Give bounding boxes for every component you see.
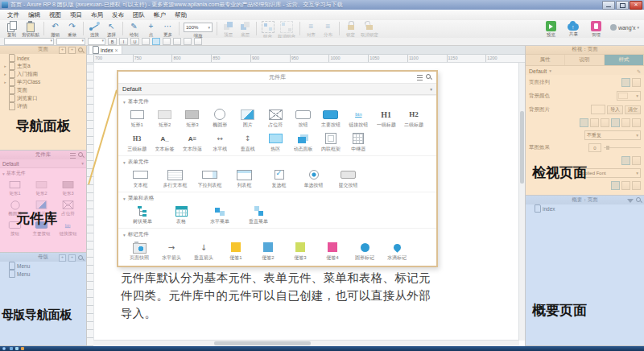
- dialog-library-select[interactable]: Default ▾: [118, 83, 436, 95]
- widget-item[interactable]: 列表框: [227, 167, 262, 189]
- toolbar-copy-button[interactable]: 复制: [3, 21, 20, 38]
- close-button[interactable]: [630, 1, 642, 10]
- minimize-button[interactable]: [602, 1, 615, 10]
- page-align-left-button[interactable]: [621, 78, 630, 87]
- page-tree-item[interactable]: 页面: [0, 86, 86, 94]
- widget-item[interactable]: 矩形2: [151, 107, 178, 129]
- format-i-button[interactable]: I: [119, 38, 128, 45]
- expander-icon[interactable]: ▸: [3, 72, 7, 76]
- clear-image-button[interactable]: 清空: [625, 105, 641, 114]
- widget-item[interactable]: 便签4: [316, 240, 349, 262]
- section-header[interactable]: ▾标记元件: [118, 228, 436, 239]
- sketch-slider[interactable]: [604, 147, 641, 148]
- toolbar-zoom-button[interactable]: 100%▾缩放: [182, 21, 214, 39]
- toolbar-lock-button[interactable]: 锁定: [342, 21, 359, 38]
- start-button[interactable]: [2, 347, 6, 350]
- edit-pencil-icon[interactable]: ✎: [637, 68, 641, 74]
- add-page-icon[interactable]: [68, 47, 76, 54]
- img-align-2-button[interactable]: [590, 118, 599, 127]
- font-style-select[interactable]: [56, 38, 85, 45]
- widget-item[interactable]: 椭圆形: [206, 107, 233, 129]
- widget-item[interactable]: 占位符: [262, 107, 289, 129]
- widget-item[interactable]: 矩形1: [123, 107, 151, 129]
- toolbar-paste-button[interactable]: 剪切粘贴: [20, 21, 41, 38]
- expander-icon[interactable]: ▸: [3, 64, 7, 68]
- widget-item[interactable]: 按钮: [289, 107, 316, 129]
- img-align-4-button[interactable]: [611, 118, 620, 127]
- menu-item-7[interactable]: 帐户: [150, 10, 170, 20]
- sketch-font-select[interactable]: Applied Font ▾: [576, 168, 641, 178]
- back-color-picker[interactable]: ▾: [617, 91, 641, 101]
- os-taskbar[interactable]: [0, 346, 644, 351]
- widget-item[interactable]: 占位符: [55, 199, 81, 219]
- widget-item[interactable]: 图片: [28, 199, 55, 219]
- toolbar-undo-button[interactable]: ↶撤销: [47, 21, 64, 38]
- add-folder-icon[interactable]: [59, 47, 66, 54]
- widget-item[interactable]: 矩形3: [179, 107, 206, 129]
- import-image-button[interactable]: 导入: [607, 105, 623, 114]
- section-header[interactable]: ▾菜单和表格: [118, 192, 436, 203]
- widget-item[interactable]: 主要按钮: [317, 107, 345, 129]
- img-align-1-button[interactable]: [580, 118, 588, 127]
- widget-item[interactable]: 便签2: [252, 240, 284, 262]
- widget-item[interactable]: →水平箭头: [155, 240, 188, 262]
- search-icon[interactable]: [426, 74, 432, 81]
- widget-item[interactable]: 动态面板: [289, 131, 316, 153]
- toolbar-distribute-button[interactable]: ≡分布: [320, 21, 336, 38]
- format-option-button[interactable]: [173, 38, 181, 45]
- widget-item[interactable]: ↕垂直线: [234, 131, 262, 153]
- taskbar-app-icon[interactable]: [21, 347, 24, 350]
- widget-item[interactable]: 提交按钮: [331, 167, 365, 189]
- toolbar-ungroup-button[interactable]: 取消组合: [276, 21, 297, 39]
- library-select[interactable]: Default ▾: [0, 159, 86, 168]
- font-family-select[interactable]: [4, 38, 54, 45]
- search-icon[interactable]: [78, 255, 85, 262]
- sketch-color-button[interactable]: [621, 156, 630, 165]
- menu-item-3[interactable]: 项目: [66, 10, 86, 20]
- add-folder-icon[interactable]: [59, 254, 66, 262]
- page-tree-item[interactable]: index: [0, 54, 86, 62]
- menu-item-4[interactable]: 布局: [87, 10, 107, 20]
- toolbar-back-button[interactable]: 底层: [237, 21, 254, 38]
- toolbar-preview-button[interactable]: 预览: [543, 21, 559, 38]
- options-icon[interactable]: [70, 153, 76, 159]
- toolbar-share-button[interactable]: 共享: [565, 21, 582, 37]
- toolbar-pen-button[interactable]: ✎绘制: [126, 21, 142, 38]
- widget-item[interactable]: btn链接按钮: [345, 107, 372, 129]
- widget-item[interactable]: 文本框: [123, 167, 158, 189]
- widget-item[interactable]: 图片: [234, 107, 262, 129]
- toolbar-point-button[interactable]: +点: [142, 21, 159, 38]
- widget-item[interactable]: 单选按钮: [296, 167, 331, 189]
- canvas-tab-index[interactable]: index: [89, 45, 122, 54]
- sketch-bw-button[interactable]: [632, 156, 641, 165]
- menu-item-2[interactable]: 视图: [45, 10, 65, 20]
- format-option-button[interactable]: [184, 38, 192, 45]
- widgets-section-header[interactable]: ▾ 基本元件: [0, 168, 86, 179]
- page-tree-item[interactable]: ▸主页a: [0, 62, 86, 70]
- widget-item[interactable]: 圆形标记: [349, 240, 381, 262]
- toolbar-publish-button[interactable]: 管理: [588, 21, 605, 38]
- toolbar-more-button[interactable]: ⋯更多: [159, 21, 176, 38]
- toolbar-front-button[interactable]: 顶层: [220, 21, 237, 38]
- format-option-button[interactable]: [152, 38, 160, 45]
- add-master-icon[interactable]: [68, 254, 76, 262]
- image-repeat-select[interactable]: 不重复 ▾: [584, 130, 641, 140]
- widget-item[interactable]: 按钮: [2, 219, 28, 239]
- filter-icon[interactable]: [627, 199, 634, 203]
- toolbar-connect-button[interactable]: 连接: [86, 21, 103, 38]
- format-option-button[interactable]: [142, 38, 150, 45]
- tab-说明[interactable]: 说明: [565, 55, 605, 65]
- page-align-center-button[interactable]: [632, 78, 641, 87]
- toolbar-group-button[interactable]: 组合: [259, 21, 276, 39]
- search-icon[interactable]: [78, 152, 85, 159]
- format-u-button[interactable]: U: [130, 38, 139, 45]
- format-option-button[interactable]: [194, 38, 202, 45]
- section-header[interactable]: ▾表单元件: [118, 155, 436, 167]
- widget-item[interactable]: 矩形1: [2, 179, 28, 199]
- widget-item[interactable]: 复选框: [262, 167, 296, 189]
- widget-item[interactable]: 多行文本框: [158, 167, 192, 189]
- master-tree-item[interactable]: Menu: [0, 262, 86, 270]
- line-width-1-button[interactable]: [611, 181, 620, 190]
- expander-icon[interactable]: ▸: [3, 80, 7, 85]
- menu-item-8[interactable]: 帮助: [171, 10, 191, 20]
